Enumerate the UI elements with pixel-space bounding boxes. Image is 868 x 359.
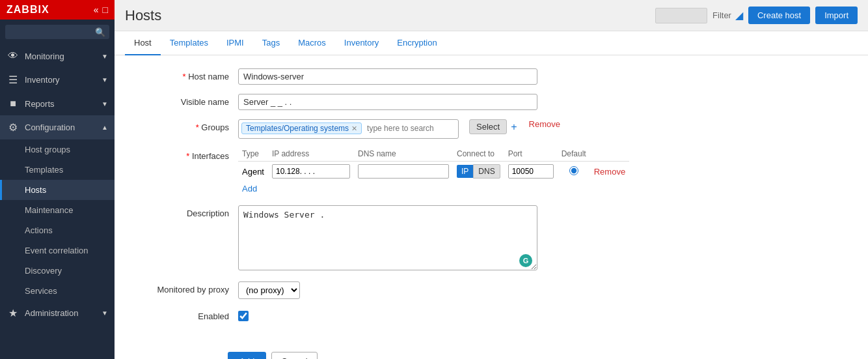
- discovery-label: Discovery: [25, 266, 62, 276]
- interface-row: Agent IPDNS Remove: [238, 162, 629, 182]
- search-icon: 🔍: [95, 27, 105, 37]
- iface-default-radio[interactable]: [569, 166, 578, 175]
- host-name-input[interactable]: [238, 68, 537, 85]
- iface-ip-input[interactable]: [272, 164, 350, 179]
- tab-tags[interactable]: Tags: [253, 31, 289, 55]
- interfaces-area: Type IP address DNS name Connect to Port…: [238, 148, 629, 196]
- col-ip: IP address: [268, 148, 354, 162]
- tab-inventory[interactable]: Inventory: [335, 31, 388, 55]
- tab-host[interactable]: Host: [125, 31, 161, 55]
- collapse-icon[interactable]: «: [94, 5, 99, 15]
- host-name-field: [238, 68, 537, 85]
- sidebar-item-services[interactable]: Services: [0, 281, 115, 301]
- templates-label: Templates: [25, 165, 63, 175]
- interfaces-add-link[interactable]: Add: [242, 184, 257, 194]
- grammarly-icon: G: [519, 254, 532, 267]
- sidebar-item-inventory[interactable]: ☰ Inventory ▼: [0, 68, 115, 92]
- sidebar-item-templates[interactable]: Templates: [0, 160, 115, 180]
- enabled-label: Enabled: [134, 308, 238, 321]
- monitoring-label: Monitoring: [25, 51, 64, 61]
- topbar: Hosts Filter ◢ Create host Import: [115, 0, 868, 31]
- tab-macros[interactable]: Macros: [289, 31, 335, 55]
- enabled-row: Enabled: [134, 308, 848, 323]
- enabled-field: [238, 308, 249, 323]
- iface-dns-input[interactable]: [358, 164, 449, 179]
- col-type: Type: [238, 148, 268, 162]
- hosts-label: Hosts: [25, 185, 46, 195]
- description-input[interactable]: [238, 205, 537, 270]
- sidebar-item-maintenance[interactable]: Maintenance: [0, 200, 115, 220]
- filter-label: Filter: [712, 10, 731, 20]
- visible-name-input[interactable]: [238, 94, 537, 110]
- administration-arrow: ▼: [102, 309, 108, 317]
- inventory-icon: ☰: [7, 74, 20, 86]
- cancel-button[interactable]: Cancel: [271, 352, 317, 359]
- groups-label: Groups: [134, 119, 238, 132]
- sidebar-item-host-groups[interactable]: Host groups: [0, 139, 115, 160]
- inventory-arrow: ▼: [102, 76, 108, 83]
- host-groups-label: Host groups: [25, 145, 70, 154]
- dns-button[interactable]: DNS: [473, 164, 500, 179]
- groups-remove-link[interactable]: Remove: [529, 119, 560, 129]
- sidebar: ZABBIX « □ 🔍 👁 Monitoring ▼ ☰ Inventory …: [0, 0, 115, 359]
- sidebar-item-hosts[interactable]: Hosts: [0, 180, 115, 200]
- administration-label: Administration: [25, 308, 78, 318]
- tab-encryption[interactable]: Encryption: [388, 31, 446, 55]
- search-bar: 🔍: [0, 20, 115, 44]
- sidebar-item-monitoring[interactable]: 👁 Monitoring ▼: [0, 44, 115, 68]
- groups-actions: Select +: [469, 119, 517, 134]
- top-search-area: [655, 8, 707, 23]
- actions-label: Actions: [25, 225, 53, 235]
- interfaces-row: Interfaces Type IP address DNS name Conn…: [134, 148, 848, 196]
- reports-icon: ■: [7, 98, 20, 109]
- description-row: Description G: [134, 205, 848, 272]
- create-host-button[interactable]: Create host: [748, 7, 810, 24]
- groups-search-input[interactable]: [364, 122, 455, 134]
- tab-templates[interactable]: Templates: [161, 31, 217, 55]
- sidebar-item-configuration[interactable]: ⚙ Configuration ▲: [0, 115, 115, 139]
- enabled-checkbox[interactable]: [238, 311, 249, 321]
- sidebar-item-discovery[interactable]: Discovery: [0, 261, 115, 281]
- group-tag-remove[interactable]: ✕: [351, 124, 357, 133]
- add-group-button[interactable]: +: [511, 121, 517, 133]
- iface-remove-link[interactable]: Remove: [594, 167, 625, 177]
- sidebar-item-event-correlation[interactable]: Event correlation: [0, 240, 115, 261]
- add-button[interactable]: Add: [228, 352, 266, 359]
- sidebar-item-actions[interactable]: Actions: [0, 220, 115, 240]
- reports-arrow: ▼: [102, 100, 108, 108]
- inventory-label: Inventory: [25, 75, 59, 85]
- interfaces-table: Type IP address DNS name Connect to Port…: [238, 148, 629, 181]
- tab-ipmi[interactable]: IPMI: [217, 31, 253, 55]
- sidebar-item-reports[interactable]: ■ Reports ▼: [0, 92, 115, 115]
- col-port: Port: [504, 148, 558, 162]
- import-button[interactable]: Import: [815, 7, 858, 24]
- monitoring-icon: 👁: [7, 50, 20, 62]
- sidebar-item-administration[interactable]: ★ Administration ▼: [0, 301, 115, 325]
- col-connect: Connect to: [453, 148, 504, 162]
- ip-button[interactable]: IP: [457, 165, 473, 178]
- monitoring-arrow: ▼: [102, 53, 108, 60]
- select-button[interactable]: Select: [469, 119, 507, 134]
- tabs-bar: Host Templates IPMI Tags Macros Inventor…: [115, 31, 868, 55]
- expand-icon[interactable]: □: [103, 5, 108, 15]
- proxy-label: Monitored by proxy: [134, 281, 238, 294]
- page-title: Hosts: [125, 7, 161, 24]
- group-tag-label: Templates/Operating systems: [246, 124, 349, 133]
- configuration-label: Configuration: [25, 122, 75, 132]
- administration-icon: ★: [7, 307, 20, 319]
- description-field: G: [238, 205, 537, 272]
- filter-icon[interactable]: ◢: [735, 9, 743, 22]
- configuration-arrow: ▲: [102, 124, 108, 131]
- visible-name-row: Visible name: [134, 94, 848, 110]
- proxy-select[interactable]: (no proxy): [238, 281, 300, 299]
- filter-area: Filter ◢: [712, 9, 743, 22]
- groups-field: Templates/Operating systems ✕: [238, 119, 459, 139]
- iface-port-input[interactable]: [508, 164, 554, 179]
- main-content: Hosts Filter ◢ Create host Import Host T…: [115, 0, 868, 359]
- host-form: Host name Visible name Groups: [115, 55, 868, 345]
- maintenance-label: Maintenance: [25, 205, 73, 215]
- groups-row: Groups Templates/Operating systems ✕: [134, 119, 848, 139]
- host-name-row: Host name: [134, 68, 848, 85]
- search-input[interactable]: [5, 25, 109, 39]
- form-buttons: Add Cancel: [115, 345, 868, 359]
